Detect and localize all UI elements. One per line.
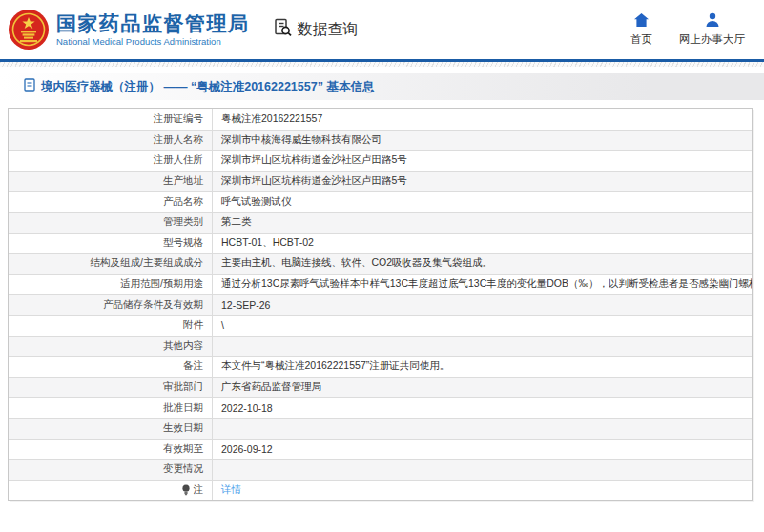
- row-value-text: 深圳市坪山区坑梓街道金沙社区卢田路5号: [221, 153, 407, 167]
- row-value: 粤械注准20162221557: [213, 109, 752, 130]
- row-value: 深圳市坪山区坑梓街道金沙社区卢田路5号: [213, 172, 752, 192]
- row-label: 有效期至: [9, 440, 213, 460]
- data-query-nav[interactable]: 数据查询: [273, 17, 359, 42]
- table-row: 附件\: [9, 315, 752, 336]
- row-label: 注册人名称: [9, 131, 213, 151]
- row-value: \: [213, 316, 752, 336]
- row-value-text: 广东省药品监督管理局: [221, 380, 321, 394]
- row-value: [213, 460, 752, 480]
- row-value-text: HCBT-01、HCBT-02: [221, 236, 314, 250]
- table-row: 注册人住所深圳市坪山区坑梓街道金沙社区卢田路5号: [9, 150, 752, 171]
- row-label: 产品储存条件及有效期: [9, 295, 213, 315]
- row-label-text: 注: [194, 483, 204, 497]
- row-value-text: 呼气试验测试仪: [221, 195, 292, 209]
- table-row: 结构及组成/主要组成成分主要由主机、电脑连接线、软件、CO2吸收器及集气袋组成。: [9, 253, 752, 274]
- row-label-text: 有效期至: [163, 442, 203, 456]
- row-label: 其他内容: [9, 337, 213, 357]
- row-label: 附件: [9, 316, 213, 336]
- data-query-icon: [273, 17, 294, 42]
- national-emblem-icon[interactable]: [8, 9, 50, 51]
- row-value: 深圳市中核海得威生物科技有限公司: [213, 131, 752, 151]
- row-value-text: \: [221, 319, 224, 331]
- row-value: 12-SEP-26: [213, 295, 752, 315]
- table-row: 型号规格HCBT-01、HCBT-02: [9, 233, 752, 254]
- header-nav: 首页 网上办事大厅: [630, 12, 745, 47]
- row-value-text: 12-SEP-26: [221, 299, 270, 311]
- table-row: 注册证编号粤械注准20162221557: [9, 109, 752, 130]
- row-value: 广东省药品监督管理局: [213, 378, 752, 398]
- row-label: 注册证编号: [9, 109, 213, 130]
- row-value-text: 通过分析13C尿素呼气试验样本中样气13C丰度超过底气13C丰度的变化量DOB（…: [221, 277, 752, 291]
- row-label-text: 注册人住所: [154, 153, 204, 167]
- row-label: 变更情况: [9, 460, 213, 480]
- table-row: 产品储存条件及有效期12-SEP-26: [9, 294, 752, 315]
- table-row: 备注本文件与“粤械注准20162221557”注册证共同使用。: [9, 356, 752, 377]
- row-value-text: 主要由主机、电脑连接线、软件、CO2吸收器及集气袋组成。: [221, 256, 492, 270]
- document-icon: [24, 78, 35, 95]
- row-label: 生效日期: [9, 419, 213, 439]
- hatch-band: [0, 62, 764, 67]
- row-value: 本文件与“粤械注准20162221557”注册证共同使用。: [213, 357, 752, 377]
- row-value-text: 2022-10-18: [221, 402, 273, 414]
- row-value: 详情: [213, 481, 752, 501]
- row-value-text: 本文件与“粤械注准20162221557”注册证共同使用。: [221, 359, 449, 373]
- nav-service-hall-label: 网上办事大厅: [679, 32, 745, 47]
- table-row: 生产地址深圳市坪山区坑梓街道金沙社区卢田路5号: [9, 171, 752, 192]
- table-row: 适用范围/预期用途通过分析13C尿素呼气试验样本中样气13C丰度超过底气13C丰…: [9, 274, 752, 295]
- table-row: 批准日期2022-10-18: [9, 397, 752, 418]
- nav-item-home[interactable]: 首页: [630, 12, 652, 47]
- row-label-text: 产品名称: [163, 195, 203, 209]
- table-row: 有效期至2026-09-12: [9, 439, 752, 460]
- row-value: 2022-10-18: [213, 398, 752, 418]
- page-title-bar: 境内医疗器械（注册） —— “粤械注准20162221557” 基本信息: [0, 73, 764, 100]
- page-title: 境内医疗器械（注册） —— “粤械注准20162221557” 基本信息: [41, 79, 374, 95]
- row-label-text: 注册证编号: [154, 113, 204, 126]
- row-label-text: 附件: [183, 318, 203, 332]
- nav-item-service-hall[interactable]: 网上办事大厅: [679, 12, 745, 47]
- table-row: 其他内容: [9, 336, 752, 357]
- row-label-text: 管理类别: [163, 215, 203, 229]
- row-label: 适用范围/预期用途: [9, 275, 213, 295]
- row-label: 注册人住所: [9, 151, 213, 171]
- row-value: 2026-09-12: [213, 440, 752, 460]
- row-label-text: 生产地址: [163, 174, 203, 188]
- table-row: 审批部门广东省药品监督管理局: [9, 377, 752, 398]
- table-row: 管理类别第二类: [9, 212, 752, 233]
- site-header: 国家药品监督管理局 National Medical Products Admi…: [0, 0, 764, 59]
- row-label-text: 适用范围/预期用途: [120, 277, 203, 291]
- data-query-label: 数据查询: [298, 20, 359, 40]
- user-icon: [705, 12, 720, 30]
- row-value-text: 第二类: [221, 215, 252, 229]
- table-row: 变更情况: [9, 459, 752, 480]
- row-label-text: 备注: [183, 359, 203, 373]
- row-value: 呼气试验测试仪: [213, 192, 752, 212]
- row-label: 注: [9, 481, 213, 501]
- row-label-text: 变更情况: [163, 462, 203, 476]
- lightbulb-icon: [181, 484, 191, 496]
- row-value: HCBT-01、HCBT-02: [213, 234, 752, 254]
- row-label-text: 结构及组成/主要组成成分: [91, 256, 203, 270]
- row-label-text: 注册人名称: [154, 133, 204, 147]
- row-value: 通过分析13C尿素呼气试验样本中样气13C丰度超过底气13C丰度的变化量DOB（…: [213, 275, 752, 295]
- row-value: 第二类: [213, 213, 752, 233]
- table-row: 产品名称呼气试验测试仪: [9, 191, 752, 212]
- row-value-text: 深圳市中核海得威生物科技有限公司: [221, 133, 382, 147]
- row-label-text: 产品储存条件及有效期: [103, 298, 203, 312]
- row-label: 生产地址: [9, 172, 213, 192]
- row-label-text: 批准日期: [163, 401, 203, 415]
- nav-home-label: 首页: [630, 32, 652, 47]
- row-value: 主要由主机、电脑连接线、软件、CO2吸收器及集气袋组成。: [213, 254, 752, 274]
- detail-link[interactable]: 详情: [221, 483, 241, 497]
- row-label: 型号规格: [9, 234, 213, 254]
- row-value-text: 深圳市坪山区坑梓街道金沙社区卢田路5号: [221, 174, 407, 188]
- row-value: [213, 337, 752, 357]
- table-row: 注册人名称深圳市中核海得威生物科技有限公司: [9, 130, 752, 151]
- row-value-text: 粤械注准20162221557: [221, 113, 322, 126]
- brand-title: 国家药品监督管理局: [56, 11, 250, 35]
- table-row: 生效日期: [9, 418, 752, 439]
- row-label-text: 型号规格: [163, 236, 203, 250]
- row-label-text: 生效日期: [163, 421, 203, 435]
- row-label: 管理类别: [9, 213, 213, 233]
- row-label-text: 审批部门: [163, 380, 203, 394]
- home-icon: [633, 12, 650, 30]
